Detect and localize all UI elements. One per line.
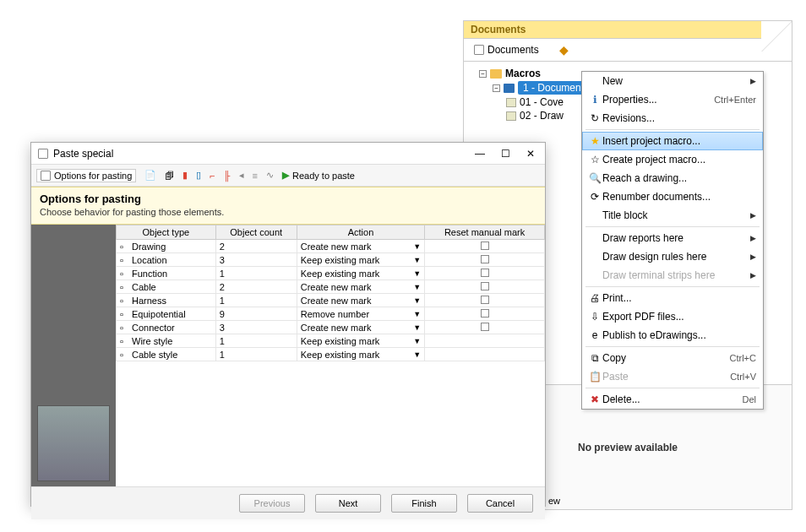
collapse-icon[interactable]: − (493, 84, 500, 92)
menu-item-paste: 📋PasteCtrl+V (582, 367, 763, 386)
checkbox[interactable] (481, 255, 489, 263)
dropdown-icon[interactable]: ▼ (413, 337, 421, 345)
menu-item-delete[interactable]: ✖Delete...Del (582, 390, 763, 409)
toolbar-icon[interactable]: ◂ (239, 170, 244, 181)
cell-object-count: 1 (215, 267, 297, 280)
toolbar-icon[interactable]: 📄 (144, 170, 156, 181)
toolbar-icon[interactable]: 🗐 (165, 171, 174, 181)
checkbox[interactable] (481, 323, 489, 331)
cell-action[interactable]: Keep existing mark▼ (297, 253, 424, 267)
cell-object-type: ▫Harness (117, 294, 216, 307)
cell-reset[interactable] (425, 321, 545, 334)
cell-action[interactable]: Create new mark▼ (297, 294, 424, 307)
cell-reset[interactable] (425, 240, 545, 253)
tab-documents[interactable]: Documents (469, 42, 544, 57)
cell-action[interactable]: Keep existing mark▼ (297, 267, 424, 280)
next-button[interactable]: Next (315, 494, 381, 513)
toolbar-icon[interactable]: ⌐ (210, 171, 215, 181)
dropdown-icon[interactable]: ▼ (413, 323, 421, 332)
toolbar-icon[interactable]: ≡ (253, 171, 258, 181)
dropdown-icon[interactable]: ▼ (413, 296, 421, 305)
menu-item-print[interactable]: 🖨Print... (582, 289, 763, 307)
dropdown-icon[interactable]: ▼ (413, 269, 421, 278)
dropdown-icon[interactable]: ▼ (413, 310, 421, 318)
menu-item-renumber-documents[interactable]: ⟳Renumber documents... (582, 187, 763, 206)
menu-item-title-block[interactable]: Title block▶ (582, 206, 763, 225)
menu-label: Title block (602, 209, 750, 221)
table-row[interactable]: ▫Function1Keep existing mark▼ (117, 267, 545, 280)
checkbox[interactable] (481, 242, 489, 250)
checkbox[interactable] (481, 309, 489, 318)
finish-button[interactable]: Finish (391, 494, 457, 513)
cell-action[interactable]: Create new mark▼ (297, 321, 424, 334)
table-row[interactable]: ▫Drawing2Create new mark▼ (117, 240, 545, 253)
documents-tabbar: Documents ◆ (464, 39, 792, 62)
cell-reset[interactable] (425, 307, 545, 321)
table-row[interactable]: ▫Cable style1Keep existing mark▼ (117, 348, 545, 361)
menu-item-draw-reports-here[interactable]: Draw reports here▶ (582, 229, 763, 247)
cell-reset[interactable] (425, 267, 545, 280)
menu-item-properties[interactable]: ℹProperties...Ctrl+Enter (582, 90, 763, 109)
menu-icon: ℹ (587, 94, 602, 106)
toolbar-icon[interactable]: ▮ (182, 170, 188, 181)
checkbox[interactable] (481, 296, 489, 304)
cell-object-count: 2 (215, 240, 297, 253)
play-icon: ▶ (282, 170, 289, 181)
toolbar-icon[interactable]: ∿ (266, 170, 274, 181)
dropdown-icon[interactable]: ▼ (413, 256, 421, 264)
menu-item-draw-design-rules-here[interactable]: Draw design rules here▶ (582, 247, 763, 266)
table-row[interactable]: ▫Harness1Create new mark▼ (117, 294, 545, 307)
previous-button[interactable]: Previous (239, 494, 305, 513)
menu-shortcut: Del (742, 394, 756, 404)
menu-item-new[interactable]: New▶ (582, 72, 763, 90)
cell-reset[interactable] (425, 280, 545, 294)
menu-label: Revisions... (602, 112, 756, 124)
checkbox[interactable] (481, 282, 489, 290)
cancel-button[interactable]: Cancel (467, 494, 533, 513)
cell-reset[interactable] (425, 294, 545, 307)
cell-action[interactable]: Remove number▼ (297, 307, 424, 321)
options-for-pasting-tab[interactable]: Options for pasting (36, 169, 136, 182)
menu-item-publish-to-edrawings[interactable]: ePublish to eDrawings... (582, 326, 763, 345)
cell-action[interactable]: Keep existing mark▼ (297, 334, 424, 348)
menu-item-reach-a-drawing[interactable]: 🔍Reach a drawing... (582, 169, 763, 187)
checkbox[interactable] (481, 269, 489, 277)
table-row[interactable]: ▫Equipotential9Remove number▼ (117, 307, 545, 321)
dropdown-icon[interactable]: ▼ (413, 242, 421, 251)
cell-object-count: 1 (215, 334, 297, 348)
table-row[interactable]: ▫Wire style1Keep existing mark▼ (117, 334, 545, 348)
toolbar-icon[interactable]: ▯ (196, 170, 201, 181)
cell-action[interactable]: Create new mark▼ (297, 240, 424, 253)
dropdown-icon[interactable]: ▼ (413, 283, 421, 291)
menu-item-revisions[interactable]: ↻Revisions... (582, 109, 763, 128)
cell-reset[interactable] (425, 348, 545, 361)
col-reset[interactable]: Reset manual mark (425, 225, 545, 240)
cell-reset[interactable] (425, 253, 545, 267)
cell-reset[interactable] (425, 334, 545, 348)
col-object-type[interactable]: Object type (117, 225, 216, 240)
close-button[interactable]: ✕ (523, 148, 538, 160)
minimize-button[interactable]: — (472, 148, 487, 160)
menu-item-create-project-macro[interactable]: ☆Create project macro... (582, 150, 763, 169)
ready-to-paste-button[interactable]: ▶ Ready to paste (282, 170, 355, 181)
col-object-count[interactable]: Object count (215, 225, 297, 240)
menu-icon: 🖨 (587, 292, 602, 304)
menu-item-export-pdf-files[interactable]: ⇩Export PDF files... (582, 307, 763, 326)
menu-icon: 📋 (587, 371, 602, 383)
table-row[interactable]: ▫Location3Keep existing mark▼ (117, 253, 545, 267)
table-row[interactable]: ▫Connector3Create new mark▼ (117, 321, 545, 334)
maximize-button[interactable]: ☐ (498, 148, 513, 160)
dropdown-icon[interactable]: ▼ (413, 350, 421, 359)
menu-shortcut: Ctrl+V (730, 372, 756, 382)
menu-item-insert-project-macro[interactable]: ★Insert project macro... (582, 132, 763, 150)
cell-action[interactable]: Keep existing mark▼ (297, 348, 424, 361)
menu-item-copy[interactable]: ⧉CopyCtrl+C (582, 349, 763, 367)
tab-macros-icon[interactable]: ◆ (554, 41, 574, 58)
menu-label: Draw terminal strips here (602, 269, 750, 281)
col-action[interactable]: Action (297, 225, 424, 240)
options-grid-wrapper: Object type Object count Action Reset ma… (116, 225, 545, 486)
table-row[interactable]: ▫Cable2Create new mark▼ (117, 280, 545, 294)
cell-action[interactable]: Create new mark▼ (297, 280, 424, 294)
collapse-icon[interactable]: − (479, 70, 487, 78)
toolbar-icon[interactable]: ╟ (224, 171, 231, 181)
